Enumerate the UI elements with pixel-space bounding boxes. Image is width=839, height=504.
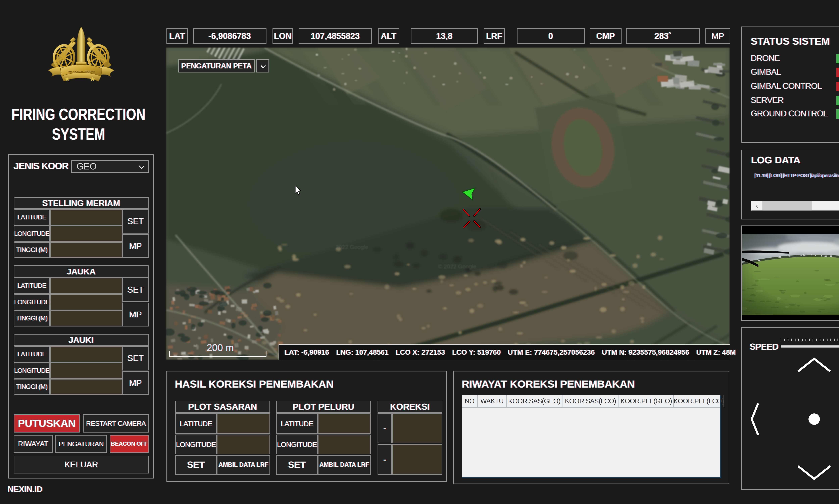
svg-text:THE SANDYA YUDDHA: THE SANDYA YUDDHA bbox=[68, 70, 95, 73]
